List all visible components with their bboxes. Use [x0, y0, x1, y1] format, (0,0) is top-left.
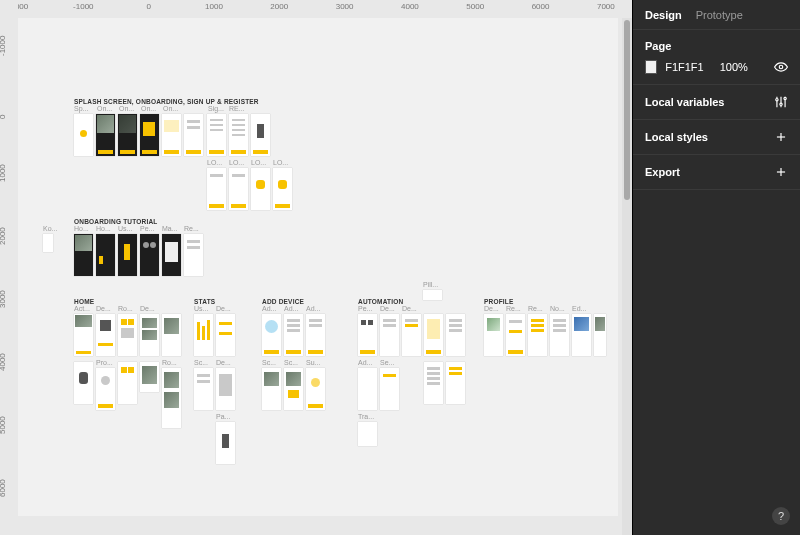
frame[interactable] [194, 368, 213, 410]
frame[interactable] [446, 314, 465, 356]
frame-label: Act... [74, 305, 90, 312]
page-heading: Page [645, 40, 788, 52]
frame[interactable] [358, 422, 377, 446]
frame[interactable] [284, 368, 303, 410]
frame[interactable] [229, 168, 248, 210]
frame[interactable] [262, 368, 281, 410]
frame[interactable] [140, 362, 159, 392]
help-button[interactable]: ? [772, 507, 790, 525]
frame[interactable] [402, 314, 421, 356]
frame[interactable] [216, 368, 235, 410]
frame[interactable] [446, 362, 465, 404]
ruler-tick: 0 [146, 2, 150, 11]
ruler-tick: 1000 [0, 164, 7, 182]
frame[interactable] [262, 314, 281, 356]
frame[interactable] [306, 368, 325, 410]
canvas[interactable]: -2000-100001000200030004000500060007000 … [0, 0, 632, 535]
frame[interactable] [140, 114, 159, 156]
frame[interactable] [207, 168, 226, 210]
frame[interactable] [118, 314, 137, 356]
scrollbar-vertical[interactable] [622, 18, 632, 535]
canvas-viewport[interactable]: SPLASH SCREEN, ONBOARDING, SIGN UP & REG… [18, 18, 632, 535]
frame[interactable] [273, 168, 292, 210]
frame[interactable] [43, 234, 53, 252]
frame[interactable] [162, 234, 181, 276]
frame[interactable] [162, 314, 181, 356]
frame[interactable] [424, 362, 443, 404]
frame[interactable] [74, 314, 93, 356]
frame[interactable] [162, 114, 181, 156]
frame[interactable] [358, 314, 377, 356]
frame-label: Re... [184, 225, 199, 232]
frame[interactable] [423, 290, 442, 300]
frame[interactable] [207, 114, 226, 156]
frame[interactable] [118, 362, 137, 404]
frame[interactable] [229, 114, 248, 156]
page-section: Page F1F1F1 100% [633, 30, 800, 85]
frame-label: No... [550, 305, 565, 312]
frame[interactable] [96, 114, 115, 156]
ruler-tick: -1000 [73, 2, 93, 11]
ruler-tick: 4000 [401, 2, 419, 11]
frame[interactable] [572, 314, 591, 356]
frame[interactable] [184, 234, 203, 276]
frame[interactable] [216, 422, 235, 464]
tab-design[interactable]: Design [645, 9, 682, 21]
plus-icon[interactable] [774, 130, 788, 144]
frame[interactable] [424, 314, 443, 356]
frame[interactable] [528, 314, 547, 356]
frame[interactable] [484, 314, 503, 356]
frame[interactable] [74, 362, 93, 404]
frame[interactable] [140, 314, 159, 356]
export-section[interactable]: Export [633, 155, 800, 190]
frame[interactable] [118, 234, 137, 276]
frame[interactable] [358, 368, 377, 410]
scrollbar-thumb[interactable] [624, 20, 630, 200]
frame[interactable] [96, 234, 115, 276]
frame-label: Us... [194, 305, 208, 312]
frame[interactable] [194, 314, 213, 356]
frame-label: Ro... [118, 305, 133, 312]
page-zoom-value[interactable]: 100% [720, 61, 748, 73]
frame[interactable] [74, 114, 93, 156]
frame-label: Sc... [194, 359, 208, 366]
page-fill-value[interactable]: F1F1F1 [665, 61, 704, 73]
frame[interactable] [380, 314, 399, 356]
tab-prototype[interactable]: Prototype [696, 9, 743, 21]
frame[interactable] [594, 314, 606, 356]
frame[interactable] [216, 314, 235, 356]
frame[interactable] [96, 368, 115, 410]
frame[interactable] [550, 314, 569, 356]
local-variables-section[interactable]: Local variables [633, 85, 800, 120]
frame[interactable] [118, 114, 137, 156]
section-label-automation: AUTOMATION [358, 298, 403, 305]
frame-label: De... [216, 359, 231, 366]
section-label-profile: PROFILE [484, 298, 514, 305]
frame[interactable] [162, 368, 181, 428]
local-styles-section[interactable]: Local styles [633, 120, 800, 155]
frame[interactable] [380, 368, 399, 410]
frame[interactable] [284, 314, 303, 356]
frame[interactable] [140, 234, 159, 276]
frame[interactable] [251, 168, 270, 210]
frame-label: De... [484, 305, 499, 312]
frame[interactable] [251, 114, 270, 156]
frame-label: Ro... [162, 359, 177, 366]
section-label-home: HOME [74, 298, 94, 305]
frame-label: On... [163, 105, 178, 112]
frame[interactable] [96, 314, 115, 356]
frame[interactable] [184, 114, 203, 156]
frame-label: Ho... [74, 225, 89, 232]
sliders-icon[interactable] [774, 95, 788, 109]
frame[interactable] [74, 234, 93, 276]
frame[interactable] [306, 314, 325, 356]
frame[interactable] [506, 314, 525, 356]
frame-label: Ko... [43, 225, 57, 232]
eye-icon[interactable] [774, 60, 788, 74]
ruler-tick: -1000 [0, 35, 7, 55]
plus-icon[interactable] [774, 165, 788, 179]
page-fill-swatch[interactable] [645, 60, 657, 74]
frame-label: Pa... [216, 413, 230, 420]
frame-label: Ed... [572, 305, 586, 312]
frame-label: Tra... [358, 413, 374, 420]
